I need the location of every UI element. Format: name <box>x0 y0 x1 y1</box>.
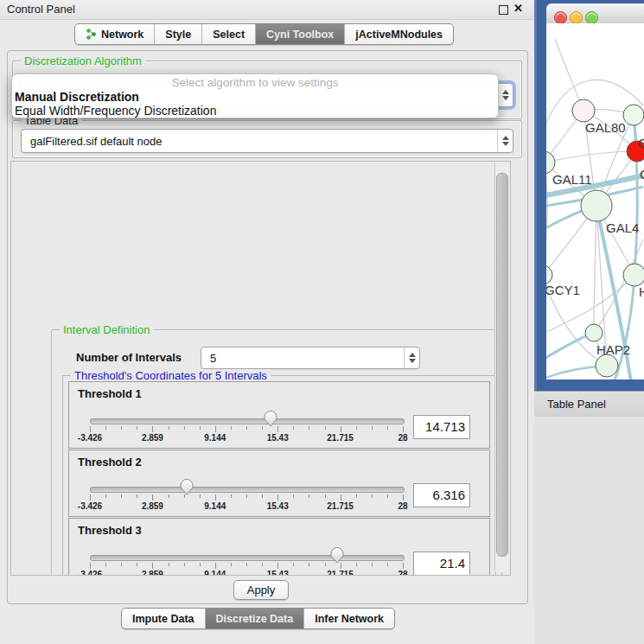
threshold-3-box: Threshold 3-3.4262.8599.14415.4321.71528… <box>68 518 490 576</box>
slider-tick <box>277 563 278 569</box>
app-root: Control Panel ✕ NetworkStyleSelectCyni T… <box>0 0 644 644</box>
number-of-intervals-combobox[interactable]: 5 <box>201 347 420 369</box>
slider-tick <box>293 494 294 498</box>
thresholds-group: Threshold's Coordinates for 5 Intervals … <box>62 375 496 576</box>
table-panel-body: ⚙ ✓ ✓ shared… na YDL19…YDL1YDR27…YDR2YBR… <box>534 417 644 644</box>
slider-thumb[interactable] <box>180 479 194 495</box>
node-label-gcy1: GCY1 <box>546 283 580 297</box>
close-icon[interactable]: ✕ <box>513 2 523 15</box>
tab-label: Discretize Data <box>216 613 294 625</box>
combo-spinner-icon[interactable] <box>497 84 513 106</box>
group-title-interval-definition: Interval Definition <box>60 323 153 336</box>
tab-select[interactable]: Select <box>201 24 255 44</box>
tab-style[interactable]: Style <box>154 24 201 44</box>
slider-tick <box>309 494 309 498</box>
slider-track[interactable] <box>90 555 405 561</box>
node-label-h: H <box>639 284 644 299</box>
network-view[interactable]: GAL80G.CGAL11GAL4GCY1HHAP2 <box>546 23 644 379</box>
node-label-g: G. <box>638 136 644 150</box>
zoom-traffic-light-icon[interactable] <box>585 11 598 24</box>
slider-tick-label: 9.144 <box>189 433 241 443</box>
popup-option-equal-width-frequency-discretization[interactable]: Equal Width/Frequency Discretization <box>15 104 494 118</box>
bottom-tab-bar: Impute DataDiscretize DataInfer Network <box>121 608 395 629</box>
popup-placeholder: Select algorithm to view settings <box>12 76 498 89</box>
slider-tick-label: -3.426 <box>64 570 116 576</box>
minimize-traffic-light-icon[interactable] <box>570 11 583 24</box>
threshold-1-box: Threshold 1-3.4262.8599.14415.4321.71528… <box>68 381 490 449</box>
slider-tick <box>105 494 106 498</box>
network-node-hap2[interactable] <box>585 324 603 341</box>
settings-viewport: Interval Definition Number of Intervals … <box>10 161 511 576</box>
slider-tick <box>184 426 185 430</box>
combo-spinner-icon[interactable] <box>404 348 419 368</box>
slider-tick <box>309 563 309 566</box>
slider-tick <box>169 426 169 430</box>
network-node-g[interactable] <box>623 105 644 125</box>
slider-tick-label: -3.426 <box>64 501 116 511</box>
node-label-hap2: HAP2 <box>596 342 630 357</box>
close-traffic-light-icon[interactable] <box>554 11 567 24</box>
network-node[interactable] <box>596 354 618 377</box>
top-tab-bar: NetworkStyleSelectCyni ToolboxjActiveMNo… <box>74 23 454 45</box>
slider-tick <box>277 494 278 501</box>
slider-tick-label: 21.715 <box>315 433 367 443</box>
network-node-gal80[interactable] <box>572 99 595 122</box>
slider-tick <box>200 426 201 430</box>
table-panel-title: Table Panel <box>547 398 606 411</box>
threshold-value-field[interactable]: 14.713 <box>413 415 470 439</box>
slider-track[interactable] <box>90 418 405 424</box>
slider-tick <box>403 563 404 569</box>
tab-label: Style <box>165 29 191 41</box>
slider-tick <box>262 426 263 430</box>
slider-tick <box>325 426 326 430</box>
threshold-value-field[interactable]: 6.316 <box>413 483 470 507</box>
algorithm-dropdown-popup: Select algorithm to view settings Manual… <box>11 73 499 118</box>
slider-tick <box>246 494 247 498</box>
network-node-gcy1[interactable] <box>546 265 552 284</box>
threshold-label: Threshold 1 <box>78 387 142 400</box>
slider-tick <box>325 563 326 566</box>
tab-jactivemnodules[interactable]: jActiveMNodules <box>344 24 453 44</box>
slider-tick <box>121 494 122 498</box>
threshold-value-field[interactable]: 21.4 <box>413 552 470 576</box>
slider-tick <box>105 426 106 430</box>
slider-track[interactable] <box>90 487 405 493</box>
slider-tick <box>169 563 169 566</box>
slider-tick <box>231 426 232 430</box>
network-icon <box>86 28 97 41</box>
node-label-gal4: GAL4 <box>606 220 639 235</box>
tab-infer-network[interactable]: Infer Network <box>303 609 394 628</box>
combo-spinner-icon[interactable] <box>497 130 513 152</box>
slider-tick <box>152 426 153 432</box>
tab-cyni-toolbox[interactable]: Cyni Toolbox <box>255 24 344 44</box>
table-data-combobox[interactable]: galFiltered.sif default node <box>21 129 513 153</box>
slider-tick <box>137 426 137 430</box>
network-window-titlebar[interactable] <box>546 3 644 24</box>
float-window-icon[interactable] <box>499 5 508 15</box>
slider-tick <box>137 563 137 566</box>
slider-tick-label: 15.43 <box>252 433 303 443</box>
slider-thumb[interactable] <box>264 411 277 427</box>
slider-tick <box>184 563 185 566</box>
slider-tick <box>121 563 122 566</box>
apply-button[interactable]: Apply <box>233 580 289 600</box>
node-label-gal80: GAL80 <box>585 120 626 135</box>
slider-tick <box>215 494 216 501</box>
network-node-h[interactable] <box>623 264 644 286</box>
tab-label: Network <box>101 29 143 41</box>
slider-tick <box>387 494 388 498</box>
slider-tick-label: 2.859 <box>126 501 178 511</box>
tab-network[interactable]: Network <box>75 24 154 44</box>
tab-discretize-data[interactable]: Discretize Data <box>205 609 304 628</box>
slider-tick <box>372 563 373 566</box>
network-node-gal4[interactable] <box>581 190 612 221</box>
slider-tick-label: 21.715 <box>315 570 367 576</box>
slider-tick <box>200 563 201 566</box>
tab-label: Infer Network <box>315 613 384 625</box>
slider-tick <box>169 494 169 498</box>
settings-scrollbar-thumb[interactable] <box>496 173 508 557</box>
popup-option-manual-discretization[interactable]: Manual Discretization <box>15 90 494 104</box>
tab-impute-data[interactable]: Impute Data <box>122 609 205 628</box>
slider-thumb[interactable] <box>330 547 344 564</box>
group-title-thresholds: Threshold's Coordinates for 5 Intervals <box>71 369 271 382</box>
